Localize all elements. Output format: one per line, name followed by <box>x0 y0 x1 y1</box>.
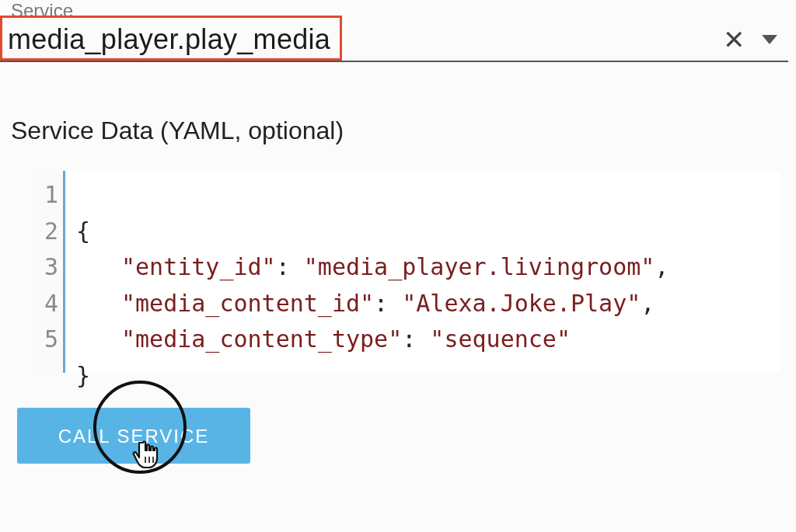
json-string: "sequence" <box>430 325 571 353</box>
line-number: 3 <box>31 249 58 286</box>
line-number: 2 <box>31 214 58 250</box>
editor-gutter: 1 2 3 4 5 <box>31 171 65 373</box>
call-service-button[interactable]: CALL SERVICE <box>17 408 250 464</box>
service-field-value[interactable]: media_player.play_media <box>8 23 712 56</box>
json-key: "entity_id" <box>121 253 276 280</box>
chevron-down-icon[interactable] <box>762 35 777 44</box>
yaml-editor[interactable]: 1 2 3 4 5 { "entity_id": "media_player.l… <box>31 171 780 373</box>
service-field[interactable]: media_player.play_media ✕ <box>0 19 788 62</box>
json-string: "Alexa.Joke.Play" <box>402 290 641 317</box>
line-number: 4 <box>31 286 58 322</box>
line-number: 1 <box>31 177 58 214</box>
json-key: "media_content_type" <box>121 325 402 353</box>
editor-code[interactable]: { "entity_id": "media_player.livingroom"… <box>65 171 669 373</box>
line-number: 5 <box>31 322 58 358</box>
json-key: "media_content_id" <box>121 290 374 317</box>
brace-open: { <box>76 217 90 245</box>
clear-icon[interactable]: ✕ <box>712 24 756 55</box>
service-data-label: Service Data (YAML, optional) <box>11 116 344 145</box>
brace-close: } <box>76 362 90 389</box>
json-string: "media_player.livingroom" <box>304 253 655 280</box>
